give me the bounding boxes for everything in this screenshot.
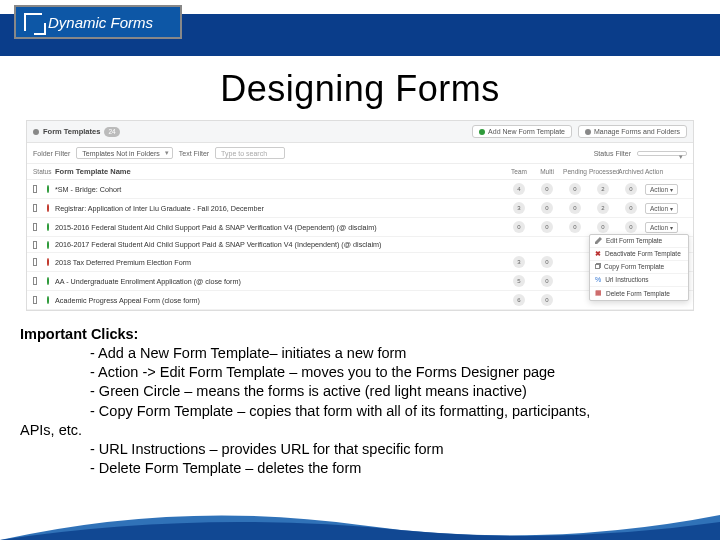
count-pill: 0 xyxy=(541,275,553,287)
status-dot-icon xyxy=(47,296,49,304)
logo-glyph-icon xyxy=(24,13,42,31)
count-pill: 2 xyxy=(597,183,609,195)
menu-item-label: Copy Form Template xyxy=(604,263,664,270)
app-screenshot: Form Templates 24 Add New Form Template … xyxy=(26,120,694,311)
add-button-label: Add New Form Template xyxy=(488,128,565,135)
count-pill: 0 xyxy=(597,221,609,233)
copy-icon xyxy=(595,264,600,269)
table-header: Status Form Template Name Team Multi Pen… xyxy=(27,164,693,180)
count-pill: 0 xyxy=(569,183,581,195)
row-checkbox[interactable] xyxy=(33,204,37,212)
plus-icon xyxy=(479,129,485,135)
action-dropdown-button[interactable]: Action xyxy=(645,222,678,233)
count-cell: 4 xyxy=(505,183,533,195)
notes-line-2: - Action -> Edit Form Template – moves y… xyxy=(90,363,700,382)
row-name[interactable]: AA - Undergraduate Enrollment Applicatio… xyxy=(55,277,505,286)
action-cell: ActionEdit Form Template✖Deactivate Form… xyxy=(645,222,687,233)
status-dot-icon xyxy=(47,241,49,249)
status-dot-icon xyxy=(47,185,49,193)
copy-form-template-item[interactable]: Copy Form Template xyxy=(590,261,688,274)
row-name[interactable]: 2018 Tax Deferred Premium Election Form xyxy=(55,258,505,267)
count-pill: 3 xyxy=(513,256,525,268)
manage-forms-button[interactable]: Manage Forms and Folders xyxy=(578,125,687,138)
panel-count-badge: 24 xyxy=(104,127,119,137)
logo-text: Dynamic Forms xyxy=(48,14,153,31)
count-pill: 0 xyxy=(541,256,553,268)
count-cell: 0 xyxy=(561,202,589,214)
count-cell: 0 xyxy=(533,256,561,268)
count-cell: 0 xyxy=(561,183,589,195)
gear-icon xyxy=(585,129,591,135)
filter-row: Folder Filter Templates Not in Folders T… xyxy=(27,143,693,164)
count-pill: 2 xyxy=(597,202,609,214)
row-checkbox[interactable] xyxy=(33,296,37,304)
notes-line-4: - Copy Form Template – copies that form … xyxy=(90,402,700,421)
count-pill: 0 xyxy=(625,183,637,195)
title-row: Designing Forms xyxy=(0,56,720,120)
count-cell: 2 xyxy=(589,202,617,214)
table-row: Registrar: Application of Inter Liu Grad… xyxy=(27,199,693,218)
panel-icon xyxy=(33,129,39,135)
link-icon: % xyxy=(595,276,601,283)
count-cell: 0 xyxy=(617,183,645,195)
status-dot-icon xyxy=(47,204,49,212)
col-status: Status xyxy=(33,168,55,175)
pencil-icon xyxy=(595,237,602,244)
action-menu: Edit Form Template✖Deactivate Form Templ… xyxy=(589,234,689,301)
text-filter-label: Text Filter xyxy=(179,150,209,157)
count-cell: 0 xyxy=(561,221,589,233)
count-cell: 0 xyxy=(617,202,645,214)
row-name[interactable]: 2015-2016 Federal Student Aid Child Supp… xyxy=(55,223,505,232)
count-cell: 0 xyxy=(505,221,533,233)
deactivate-form-template-item[interactable]: ✖Deactivate Form Template xyxy=(590,248,688,261)
row-checkbox[interactable] xyxy=(33,258,37,266)
notes-line-5: - URL Instructions – provides URL for th… xyxy=(90,440,700,459)
row-name[interactable]: 2016-2017 Federal Student Aid Child Supp… xyxy=(55,240,505,249)
row-checkbox[interactable] xyxy=(33,185,37,193)
count-cell: 0 xyxy=(589,221,617,233)
notes-heading: Important Clicks: xyxy=(20,325,700,344)
table-row: 2015-2016 Federal Student Aid Child Supp… xyxy=(27,218,693,237)
count-cell: 2 xyxy=(589,183,617,195)
menu-item-label: Url Instructions xyxy=(605,276,648,283)
text-filter-input[interactable]: Type to search xyxy=(215,147,285,159)
url-instructions-item[interactable]: %Url Instructions xyxy=(590,274,688,287)
panel-title: Form Templates xyxy=(43,127,100,136)
trash-icon: ▦ xyxy=(595,289,602,297)
count-pill: 0 xyxy=(625,202,637,214)
add-new-form-template-button[interactable]: Add New Form Template xyxy=(472,125,572,138)
row-checkbox[interactable] xyxy=(33,223,37,231)
count-cell: 0 xyxy=(533,202,561,214)
folder-filter-dropdown[interactable]: Templates Not in Folders xyxy=(76,147,172,159)
menu-item-label: Edit Form Template xyxy=(606,237,662,244)
count-pill: 0 xyxy=(625,221,637,233)
count-pill: 0 xyxy=(569,202,581,214)
col-processed: Processed xyxy=(589,168,617,175)
col-pending: Pending xyxy=(561,168,589,175)
row-name[interactable]: Academic Progress Appeal Form (close for… xyxy=(55,296,505,305)
manage-button-label: Manage Forms and Folders xyxy=(594,128,680,135)
row-name[interactable]: Registrar: Application of Inter Liu Grad… xyxy=(55,204,505,213)
row-checkbox[interactable] xyxy=(33,241,37,249)
status-filter-dropdown[interactable] xyxy=(637,151,687,156)
action-dropdown-button[interactable]: Action xyxy=(645,203,678,214)
count-pill: 3 xyxy=(513,202,525,214)
action-cell: Action xyxy=(645,203,687,214)
edit-form-template-item[interactable]: Edit Form Template xyxy=(590,235,688,248)
action-dropdown-button[interactable]: Action xyxy=(645,184,678,195)
count-pill: 0 xyxy=(541,221,553,233)
notes-block: Important Clicks: - Add a New Form Templ… xyxy=(20,325,700,478)
row-checkbox[interactable] xyxy=(33,277,37,285)
col-team: Team xyxy=(505,168,533,175)
count-cell: 5 xyxy=(505,275,533,287)
col-multi: Multi xyxy=(533,168,561,175)
app-header: Form Templates 24 Add New Form Template … xyxy=(27,121,693,143)
row-name[interactable]: *SM - Bridge: Cohort xyxy=(55,185,505,194)
delete-form-template-item[interactable]: ▦Delete Form Template xyxy=(590,287,688,300)
count-pill: 5 xyxy=(513,275,525,287)
count-cell: 0 xyxy=(533,183,561,195)
logo: Dynamic Forms xyxy=(14,5,182,39)
col-name: Form Template Name xyxy=(55,167,505,176)
action-cell: Action xyxy=(645,184,687,195)
menu-item-label: Delete Form Template xyxy=(606,290,670,297)
